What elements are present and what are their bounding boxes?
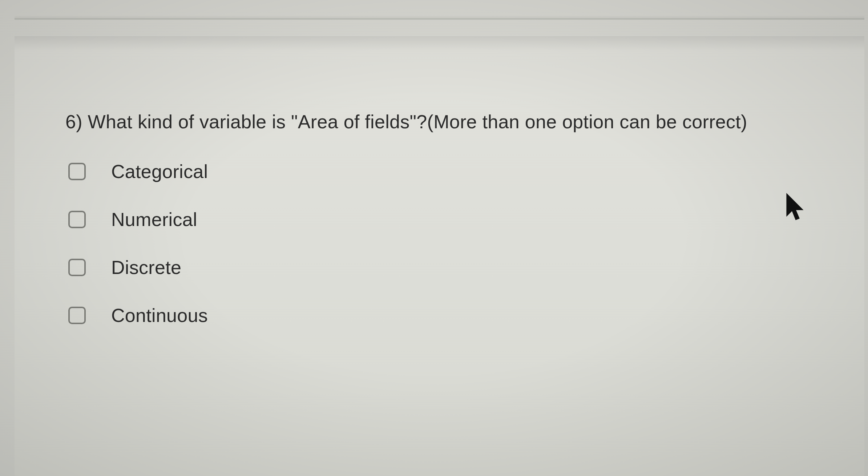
checkbox[interactable] [68,163,86,180]
option-label: Categorical [111,161,208,182]
option-row[interactable]: Discrete [68,257,814,278]
question-number: 6) [65,111,82,132]
option-row[interactable]: Numerical [68,209,814,230]
option-row[interactable]: Continuous [68,304,814,326]
option-label: Discrete [111,257,181,278]
checkbox[interactable] [68,307,86,324]
question-text: 6) What kind of variable is "Area of fie… [65,109,814,135]
options-list: Categorical Numerical Discrete Continuou… [65,161,814,326]
top-divider [15,18,864,20]
option-label: Numerical [111,209,197,230]
checkbox[interactable] [68,259,86,276]
option-row[interactable]: Categorical [68,161,814,182]
checkbox[interactable] [68,211,86,228]
question-body: What kind of variable is "Area of fields… [88,111,747,132]
question-card: 6) What kind of variable is "Area of fie… [15,36,864,476]
option-label: Continuous [111,304,208,326]
